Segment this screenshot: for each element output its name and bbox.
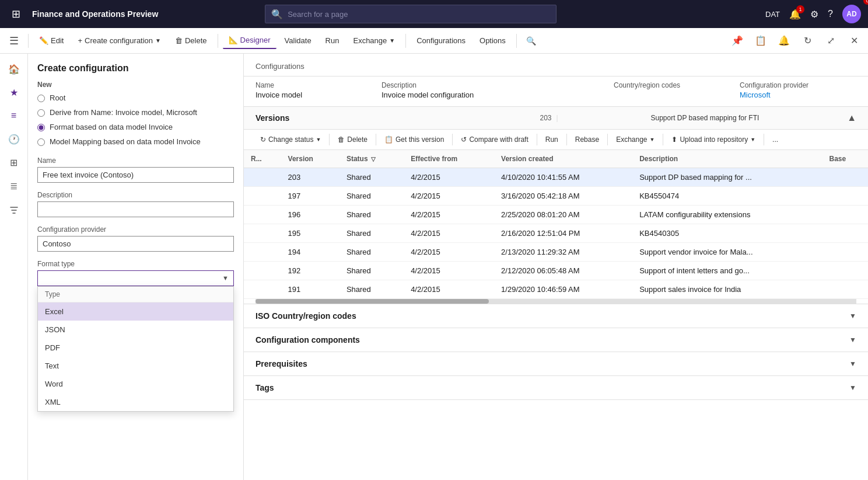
versions-more-button[interactable]: ... — [768, 133, 783, 146]
radio-derive[interactable]: Derive from Name: Invoice model, Microso… — [37, 108, 234, 118]
table-row[interactable]: 195Shared4/2/20152/16/2020 12:51:04 PMKB… — [244, 224, 868, 243]
format-type-field: Format type ▼ Type Excel JSON PDF Text W… — [37, 260, 234, 286]
versions-collapse-icon[interactable]: ▲ — [847, 113, 856, 123]
change-status-button[interactable]: ↻ Change status ▼ — [256, 133, 326, 146]
pinned-icon[interactable]: 📌 — [728, 32, 747, 50]
table-row[interactable]: 194Shared4/2/20152/13/2020 11:29:32 AMSu… — [244, 243, 868, 262]
status-filter-icon[interactable]: ▽ — [371, 156, 376, 162]
dropdown-item-json[interactable]: JSON — [38, 321, 233, 339]
versions-toolbar: ↻ Change status ▼ 🗑 Delete 📋 Get this ve… — [244, 130, 868, 150]
dropdown-item-xml[interactable]: XML — [38, 393, 233, 411]
dropdown-item-excel[interactable]: Excel — [38, 302, 233, 321]
config-description-value: Invoice model configuration — [382, 91, 604, 99]
dropdown-item-word[interactable]: Word — [38, 375, 233, 393]
collapsible-header[interactable]: Tags ▼ — [244, 376, 868, 399]
table-row[interactable]: 192Shared4/2/20152/12/2020 06:05:48 AMSu… — [244, 262, 868, 280]
collapsible-header[interactable]: Prerequisites ▼ — [244, 352, 868, 375]
sidebar-icons: 🏠 ★ ≡ 🕐 ⊞ ≣ — [0, 54, 28, 480]
table-cell: 4/2/2015 — [404, 280, 494, 299]
expand-icon[interactable]: ⤢ — [821, 32, 840, 50]
table-row[interactable]: 196Shared4/2/20152/25/2020 08:01:20 AMLA… — [244, 206, 868, 224]
collapsible-chevron-icon: ▼ — [849, 384, 856, 392]
filter-icon[interactable] — [5, 201, 23, 220]
format-type-input[interactable] — [38, 271, 218, 286]
versions-header: Versions 203 | Support DP based mapping … — [244, 107, 868, 130]
radio-format[interactable]: Format based on data model Invoice — [37, 123, 234, 133]
grid-icon[interactable]: ⊞ — [4, 152, 24, 173]
radio-root[interactable]: Root — [37, 93, 234, 103]
compare-with-draft-button[interactable]: ↺ Compare with draft — [456, 133, 533, 146]
config-name-label: Name — [256, 81, 372, 89]
help-icon[interactable]: ? — [828, 9, 833, 19]
radio-model-mapping[interactable]: Model Mapping based on data model Invoic… — [37, 137, 234, 147]
col-version: Version — [281, 150, 340, 168]
col-effective-from: Effective from — [404, 150, 494, 168]
table-row[interactable]: 203Shared4/2/20154/10/2020 10:41:55 AMSu… — [244, 168, 868, 187]
search-toolbar-icon[interactable]: 🔍 — [522, 34, 541, 48]
config-provider-value[interactable]: Microsoft — [740, 91, 856, 99]
home-icon[interactable]: 🏠 — [4, 58, 24, 79]
collapsible-header[interactable]: ISO Country/region codes ▼ — [244, 304, 868, 328]
get-this-version-button[interactable]: 📋 Get this version — [380, 133, 449, 146]
rebase-button[interactable]: Rebase — [570, 133, 604, 146]
table-cell: Support sales invoice for India — [632, 280, 822, 299]
vtoolbar-sep-5 — [566, 134, 567, 145]
config-country-label: Country/region codes — [614, 81, 730, 89]
vtoolbar-sep-6 — [607, 134, 608, 145]
config-provider-field: Configuration provider — [37, 225, 234, 252]
edit-button[interactable]: ✏️ Edit — [33, 33, 69, 48]
dropdown-item-text[interactable]: Text — [38, 357, 233, 375]
avatar[interactable]: AD — [842, 5, 861, 23]
chevron-down-icon: ▼ — [155, 37, 161, 44]
settings-icon[interactable]: ⚙ — [810, 9, 818, 20]
vtoolbar-sep-3 — [452, 134, 453, 145]
menu-icon[interactable]: ☰ — [5, 32, 23, 50]
run-button[interactable]: Run — [320, 33, 345, 48]
sync-icon: ↻ — [260, 135, 266, 144]
layout-icon[interactable]: 📋 — [751, 32, 770, 50]
table-row[interactable]: 191Shared4/2/20151/29/2020 10:46:59 AMSu… — [244, 280, 868, 299]
main-toolbar: ☰ ✏️ Edit + Create configuration ▼ 🗑 Del… — [0, 28, 868, 54]
table-cell — [822, 168, 868, 187]
clock-icon[interactable]: 🕐 — [4, 128, 24, 149]
table-row[interactable]: 197Shared4/2/20153/16/2020 05:42:18 AMKB… — [244, 187, 868, 206]
table-cell: LATAM configurability extensions — [632, 206, 822, 224]
col-r: R... — [244, 150, 281, 168]
versions-run-button[interactable]: Run — [541, 133, 563, 146]
horizontal-scrollbar[interactable] — [256, 299, 856, 304]
search-input[interactable] — [288, 10, 550, 19]
upload-into-repository-button[interactable]: ⬆ Upload into repository ▼ — [667, 133, 760, 146]
description-input[interactable] — [37, 201, 234, 217]
format-type-dropdown-arrow[interactable]: ▼ — [218, 272, 233, 284]
versions-delete-button[interactable]: 🗑 Delete — [333, 133, 372, 146]
options-button[interactable]: Options — [474, 33, 512, 48]
table-cell: Support of intent letters and go... — [632, 262, 822, 280]
collapsible-header[interactable]: Configuration components ▼ — [244, 328, 868, 352]
star-icon[interactable]: ★ — [4, 82, 24, 103]
collapsible-title: Configuration components — [256, 335, 849, 345]
table-cell: Shared — [340, 243, 404, 262]
table-cell — [244, 187, 281, 206]
refresh-icon[interactable]: ↻ — [798, 32, 817, 50]
table-cell: 1/29/2020 10:46:59 AM — [494, 280, 632, 299]
dropdown-item-pdf[interactable]: PDF — [38, 339, 233, 357]
versions-meta: 203 — [540, 114, 552, 122]
table-cell — [822, 280, 868, 299]
format-type-label: Format type — [37, 260, 234, 268]
exchange-button[interactable]: Exchange ▼ — [347, 33, 401, 48]
list-icon[interactable]: ≡ — [4, 105, 24, 126]
name-input[interactable] — [37, 167, 234, 183]
waffle-icon[interactable]: ⊞ — [7, 5, 25, 23]
designer-button[interactable]: 📐 Designer — [223, 32, 276, 49]
create-configuration-button[interactable]: + Create configuration ▼ — [72, 33, 167, 48]
validate-button[interactable]: Validate — [279, 33, 317, 48]
hierarchy-icon[interactable]: ≣ — [4, 175, 24, 196]
versions-exchange-button[interactable]: Exchange ▼ — [611, 133, 659, 146]
panel-title: Create configuration — [37, 63, 234, 74]
configurations-button[interactable]: Configurations — [411, 33, 471, 48]
delete-button[interactable]: 🗑 Delete — [169, 33, 213, 48]
config-provider-input[interactable] — [37, 236, 234, 252]
close-icon[interactable]: ✕ — [845, 32, 863, 50]
versions-section: Versions 203 | Support DP based mapping … — [244, 107, 868, 304]
notification-toolbar-icon[interactable]: 🔔 — [775, 32, 793, 50]
